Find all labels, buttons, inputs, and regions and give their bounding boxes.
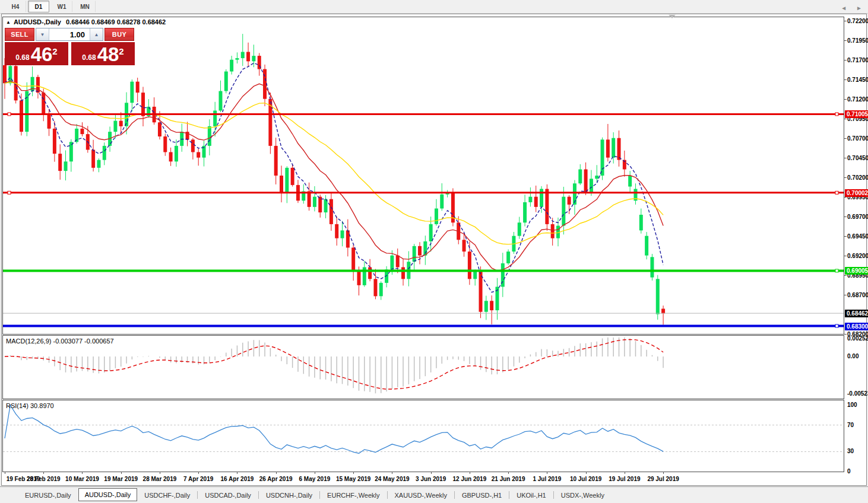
- buy-price-prefix: 0.68: [82, 53, 96, 62]
- macd-signal-line: [5, 339, 663, 389]
- price-axis-tick: [844, 334, 847, 335]
- time-axis-tick: [353, 472, 354, 474]
- price-axis-tick: [844, 197, 847, 198]
- candles[interactable]: [3, 34, 665, 324]
- time-axis-tick: [625, 472, 625, 474]
- time-axis-tick: [392, 472, 392, 474]
- time-axis-tick: [663, 472, 664, 474]
- timeframe-button-mn[interactable]: MN: [74, 1, 96, 12]
- time-axis-label: 28 Mar 2019: [138, 476, 182, 482]
- time-axis-label: 19 Mar 2019: [99, 476, 143, 482]
- time-axis-label: 26 Apr 2019: [254, 476, 298, 482]
- sell-price-big: 46: [31, 44, 53, 65]
- collapse-triangle-icon[interactable]: ▲: [6, 20, 11, 25]
- chart-tab-usdcnh-daily[interactable]: USDCNH-,Daily: [259, 489, 319, 501]
- time-axis-tick: [121, 472, 122, 474]
- time-axis-tick: [160, 472, 160, 474]
- time-axis-tick: [547, 472, 547, 474]
- time-axis-label: 24 May 2019: [370, 476, 414, 482]
- time-axis-label: 21 Jun 2019: [486, 476, 530, 482]
- chart-tab-usdcad-daily[interactable]: USDCAD-,Daily: [198, 489, 258, 501]
- time-axis-tick: [276, 472, 277, 474]
- rsi-axis-label: 70: [847, 422, 854, 428]
- chart-tab-usdx-weekly[interactable]: USDX-,Weekly: [554, 489, 612, 501]
- time-axis-tick: [431, 472, 432, 474]
- rsi-axis-label: 0: [847, 468, 851, 475]
- time-axis-label: 1 Jul 2019: [525, 476, 569, 482]
- macd-histogram: [5, 338, 663, 393]
- timeframe-button-w1[interactable]: W1: [51, 1, 72, 12]
- price-axis-label: 0.72200: [847, 17, 868, 25]
- time-axis-label: 7 Apr 2019: [176, 476, 220, 482]
- tab-scroll-right-icon[interactable]: ►: [856, 5, 862, 11]
- time-axis-tick: [237, 472, 237, 474]
- line-handle[interactable]: [835, 113, 838, 116]
- volume-input[interactable]: [49, 28, 90, 40]
- rsi-axis-label: 30: [847, 448, 854, 454]
- buy-button[interactable]: BUY: [104, 28, 134, 41]
- tab-scroll-arrows: ◄ ►: [841, 5, 862, 11]
- price-axis-tick: [844, 138, 847, 139]
- price-axis-tick: [844, 21, 847, 21]
- timeframe-button-h4[interactable]: H4: [5, 1, 26, 12]
- price-axis-label: 0.71700: [847, 56, 868, 64]
- volume-increase-button[interactable]: ▲: [90, 28, 103, 40]
- symbol-period-label: AUDUSD-,Daily: [14, 18, 61, 26]
- timeframe-toolbar: H4D1W1MN: [0, 0, 868, 14]
- price-axis-label: 0.69700: [847, 213, 868, 221]
- tab-scroll-left-icon[interactable]: ◄: [841, 5, 847, 11]
- level-price-tag-0.68300: 0.68300: [845, 323, 868, 330]
- chart-tab-usdchf-daily[interactable]: USDCHF-,Daily: [137, 489, 197, 501]
- time-axis-label: 10 Jul 2019: [564, 476, 608, 482]
- rsi-label: RSI(14) 30.8970: [6, 402, 54, 409]
- buy-price-panel[interactable]: 0.68 48 2: [71, 42, 135, 65]
- price-axis-tick: [844, 236, 847, 237]
- sell-button[interactable]: SELL: [5, 28, 34, 41]
- price-axis-tick: [844, 99, 847, 100]
- time-axis-label: 28 Feb 2019: [21, 476, 65, 482]
- chart-tab-eurusd-daily[interactable]: EURUSD-,Daily: [18, 489, 78, 501]
- line-handle[interactable]: [835, 269, 838, 272]
- price-axis-tick: [844, 158, 847, 158]
- line-handle[interactable]: [835, 324, 838, 327]
- rsi-line: [5, 405, 663, 453]
- time-axis-label: 10 Mar 2019: [60, 476, 104, 482]
- line-handle[interactable]: [8, 191, 11, 194]
- macd-indicator-chart[interactable]: [3, 336, 844, 399]
- rsi-indicator-chart[interactable]: [3, 400, 844, 472]
- level-price-tag-0.69005: 0.69005: [845, 267, 868, 275]
- price-axis-label: 0.68200: [847, 330, 868, 338]
- chart-shift-marker[interactable]: [669, 15, 676, 18]
- time-axis-label: 12 Jun 2019: [448, 476, 492, 482]
- chart-tab-eurchf-weekly[interactable]: EURCHF-,Weekly: [320, 489, 387, 501]
- timeframe-button-d1[interactable]: D1: [28, 1, 49, 12]
- time-axis-tick: [43, 472, 44, 474]
- level-price-tag-0.71005: 0.71005: [845, 110, 868, 118]
- chart-tab-ukoil-h1[interactable]: UKOil-,H1: [509, 489, 553, 501]
- ohlc-values: 0.68446 0.68469 0.68278 0.68462: [66, 18, 166, 26]
- sell-price-panel[interactable]: 0.68 46 2: [5, 42, 68, 65]
- buy-price-pipette: 2: [119, 46, 123, 56]
- price-axis-label: 0.71200: [847, 95, 868, 103]
- macd-values: -0.003077 -0.000657: [53, 338, 113, 345]
- time-axis-label: 29 Jul 2019: [641, 476, 685, 482]
- chart-tab-gbpusd-h1[interactable]: GBPUSD-,H1: [455, 489, 509, 501]
- chart-tab-xauusd-weekly[interactable]: XAUUSD-,Weekly: [388, 489, 454, 501]
- line-handle[interactable]: [835, 191, 838, 194]
- macd-axis-label: -0.0052344: [847, 390, 868, 397]
- volume-decrease-button[interactable]: ▼: [36, 28, 49, 40]
- chart-tab-audusd-daily[interactable]: AUDUSD-,Daily: [78, 488, 138, 501]
- price-axis-label: 0.70450: [847, 154, 868, 162]
- time-axis-label: 6 May 2019: [293, 476, 337, 482]
- time-axis-tick: [198, 472, 199, 474]
- price-axis-label: 0.71950: [847, 37, 868, 44]
- price-axis-tick: [844, 256, 847, 256]
- line-handle[interactable]: [8, 113, 11, 116]
- macd-label: MACD(12,26,9) -0.003077 -0.000657: [6, 338, 114, 345]
- rsi-axis-label: 100: [847, 402, 857, 408]
- time-axis-tick: [586, 472, 587, 474]
- volume-spinner: ▼ ▲: [36, 28, 103, 41]
- price-axis-tick: [844, 217, 847, 217]
- buy-price-big: 48: [97, 44, 119, 65]
- price-axis-label: 0.70700: [847, 135, 868, 142]
